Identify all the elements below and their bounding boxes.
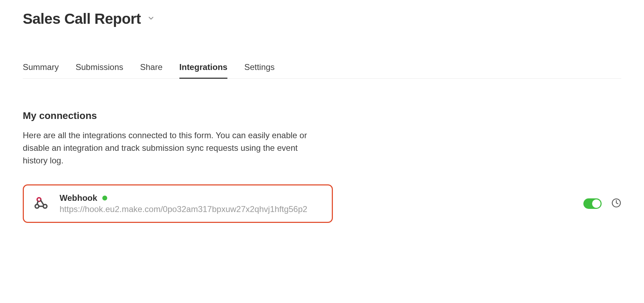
tab-summary[interactable]: Summary [23,62,59,79]
connection-title-row: Webhook [60,193,307,203]
tab-integrations[interactable]: Integrations [179,62,227,79]
connection-card[interactable]: Webhook https://hook.eu2.make.com/0po32a… [23,184,333,223]
connection-url: https://hook.eu2.make.com/0po32am317bpxu… [60,204,307,214]
section-description: Here are all the integrations connected … [23,129,317,167]
history-icon[interactable] [611,198,621,209]
chevron-down-icon[interactable] [147,14,155,23]
connection-title: Webhook [60,193,97,203]
webhook-icon [34,195,50,212]
enable-toggle[interactable] [583,198,602,209]
page-header: Sales Call Report [23,10,621,27]
status-dot-icon [102,196,107,200]
tab-submissions[interactable]: Submissions [76,62,123,79]
connection-controls [583,198,621,209]
tabs: Summary Submissions Share Integrations S… [23,62,621,79]
tab-settings[interactable]: Settings [244,62,275,79]
section-title: My connections [23,110,621,121]
connection-row: Webhook https://hook.eu2.make.com/0po32a… [23,184,621,223]
toggle-knob [592,199,601,208]
connection-body: Webhook https://hook.eu2.make.com/0po32a… [60,193,307,214]
page-title: Sales Call Report [23,10,141,27]
tab-share[interactable]: Share [140,62,163,79]
